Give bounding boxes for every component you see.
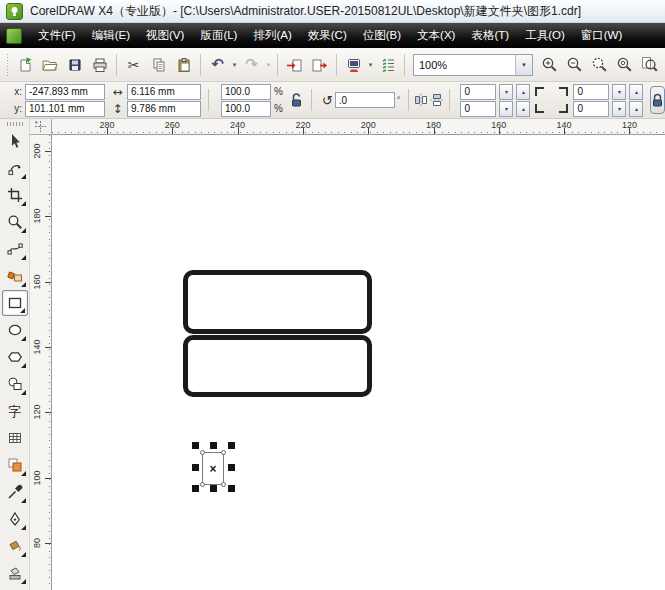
window-title: CorelDRAW X4（专业版）- [C:\Users\Administrat… — [30, 3, 581, 20]
open-button[interactable] — [37, 52, 62, 77]
interactive-blend-tool[interactable] — [2, 452, 28, 478]
zoom-out-button[interactable] — [562, 52, 587, 77]
outline-tool[interactable] — [2, 506, 28, 532]
redo-button[interactable]: ↷ — [239, 52, 264, 77]
corner-radius-top-left-field[interactable]: 0 — [460, 84, 496, 100]
menu-item[interactable]: 文件(F) — [30, 24, 84, 47]
selection-handle[interactable] — [228, 442, 235, 449]
corner-spin-up[interactable]: ▴ — [516, 84, 530, 100]
zoom-in-button[interactable] — [537, 52, 562, 77]
selection-handle[interactable] — [192, 442, 199, 449]
corner-node[interactable] — [200, 482, 205, 487]
corner-spin-up[interactable]: ▴ — [629, 84, 643, 100]
undo-button[interactable]: ↶ — [205, 52, 230, 77]
table-tool[interactable] — [2, 425, 28, 451]
menu-item[interactable]: 视图(V) — [138, 24, 192, 47]
ruler-origin[interactable] — [30, 119, 52, 135]
x-position-field[interactable]: -247.893 mm — [25, 84, 105, 100]
import-button[interactable] — [282, 52, 307, 77]
application-launcher-dropdown-arrow[interactable]: ▾ — [366, 61, 375, 69]
corner-node[interactable] — [221, 450, 226, 455]
corner-radius-bottom-left-field[interactable]: 0 — [460, 101, 496, 117]
round-corners-together-button[interactable] — [650, 86, 665, 114]
menu-item[interactable]: 排列(A) — [245, 24, 299, 47]
selected-rectangle[interactable]: × — [202, 452, 224, 485]
corner-node[interactable] — [200, 450, 205, 455]
workspace: 字 280260240220200180160140120 2001801601… — [0, 119, 665, 590]
y-label: y: — [13, 103, 22, 114]
menu-item[interactable]: 位图(B) — [355, 24, 409, 47]
fill-tool[interactable] — [2, 533, 28, 559]
scale-vertical-field[interactable]: 100.0 — [221, 101, 271, 117]
rounded-rectangle-shape[interactable] — [183, 270, 372, 334]
eyedropper-tool[interactable] — [2, 479, 28, 505]
menu-item[interactable]: 效果(C) — [300, 24, 355, 47]
basic-shapes-tool[interactable] — [2, 371, 28, 397]
corner-spin-down[interactable]: ▾ — [612, 84, 626, 100]
selection-handle[interactable] — [192, 464, 199, 471]
corner-spin-up[interactable]: ▴ — [516, 101, 530, 117]
cut-button[interactable]: ✂ — [121, 52, 146, 77]
paste-button[interactable] — [171, 52, 196, 77]
polygon-tool[interactable] — [2, 344, 28, 370]
scale-lock-button[interactable] — [290, 93, 303, 108]
ellipse-tool[interactable] — [2, 317, 28, 343]
new-document-button[interactable] — [12, 52, 37, 77]
scale-horizontal-field[interactable]: 100.0 — [221, 84, 271, 100]
save-button[interactable] — [62, 52, 87, 77]
application-launcher-button[interactable] — [341, 52, 366, 77]
degree-sign: ° — [397, 95, 401, 105]
copy-button[interactable] — [146, 52, 171, 77]
corner-bracket-top-left-icon — [535, 87, 544, 96]
y-position-field[interactable]: 101.101 mm — [25, 101, 105, 117]
rounded-rectangle-shape[interactable] — [183, 335, 372, 397]
smart-fill-tool[interactable] — [2, 263, 28, 289]
corner-spin-down[interactable]: ▾ — [499, 84, 513, 100]
rectangle-tool[interactable] — [2, 290, 28, 316]
corner-spin-down[interactable]: ▾ — [499, 101, 513, 117]
print-button[interactable] — [87, 52, 112, 77]
selection-handle[interactable] — [192, 485, 199, 492]
zoom-to-selection-button[interactable] — [587, 52, 612, 77]
corner-spin-up[interactable]: ▴ — [629, 101, 643, 117]
pick-tool[interactable] — [2, 128, 28, 154]
zoom-tool[interactable] — [2, 209, 28, 235]
menu-item[interactable]: 工具(O) — [517, 24, 573, 47]
drawing-canvas[interactable]: × — [52, 135, 665, 590]
text-tool[interactable]: 字 — [2, 398, 28, 424]
freehand-tool[interactable] — [2, 236, 28, 262]
ruler-tick — [45, 478, 51, 479]
selection-handle[interactable] — [228, 485, 235, 492]
object-width-field[interactable]: 6.116 mm — [127, 84, 201, 100]
menu-item[interactable]: 表格(T) — [463, 24, 517, 47]
menu-item[interactable]: 窗口(W) — [573, 24, 631, 47]
corner-radius-top-right-field[interactable]: 0 — [573, 84, 609, 100]
menu-item[interactable]: 文本(X) — [409, 24, 463, 47]
zoom-to-all-button[interactable] — [612, 52, 637, 77]
mirror-vertical-button[interactable] — [429, 89, 445, 111]
shape-tool[interactable] — [2, 155, 28, 181]
selection-handle[interactable] — [210, 442, 217, 449]
welcome-screen-button[interactable] — [375, 52, 400, 77]
corner-radius-bottom-right-field[interactable]: 0 — [573, 101, 609, 117]
redo-dropdown-arrow[interactable]: ▾ — [264, 61, 273, 69]
selection-handle[interactable] — [228, 464, 235, 471]
mirror-horizontal-button[interactable] — [413, 89, 429, 111]
object-height-field[interactable]: 9.786 mm — [127, 101, 201, 117]
undo-dropdown-arrow[interactable]: ▾ — [230, 61, 239, 69]
flyout-indicator-icon — [21, 471, 26, 476]
zoom-to-page-button[interactable] — [637, 52, 662, 77]
crop-tool[interactable] — [2, 182, 28, 208]
selection-handle[interactable] — [210, 485, 217, 492]
menu-item[interactable]: 版面(L) — [192, 24, 245, 47]
rotation-angle-field[interactable]: .0 — [335, 92, 395, 108]
export-button[interactable] — [307, 52, 332, 77]
interactive-fill-tool[interactable] — [2, 560, 28, 586]
zoom-level-combo[interactable]: 100% ▾ — [413, 54, 533, 76]
menu-item[interactable]: 编辑(E) — [84, 24, 138, 47]
zoom-combo-arrow-icon[interactable]: ▾ — [515, 55, 532, 75]
corner-node[interactable] — [221, 482, 226, 487]
corner-spin-down[interactable]: ▾ — [612, 101, 626, 117]
toolbox-grip[interactable] — [7, 122, 23, 126]
toolbar-grip[interactable] — [7, 54, 8, 76]
